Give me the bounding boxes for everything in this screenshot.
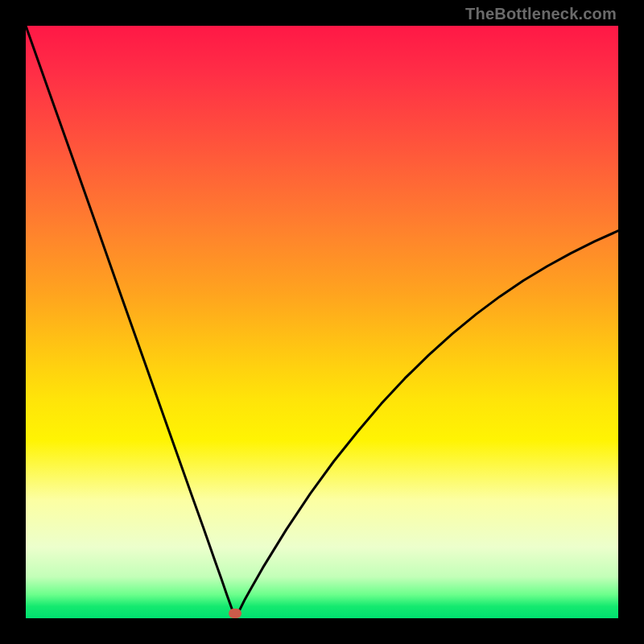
attribution-text: TheBottleneck.com — [465, 5, 617, 23]
optimal-point-marker — [229, 609, 242, 618]
curve-svg — [26, 26, 618, 618]
chart-frame: TheBottleneck.com — [0, 0, 644, 644]
plot-area — [26, 26, 618, 618]
bottleneck-curve — [26, 26, 618, 613]
